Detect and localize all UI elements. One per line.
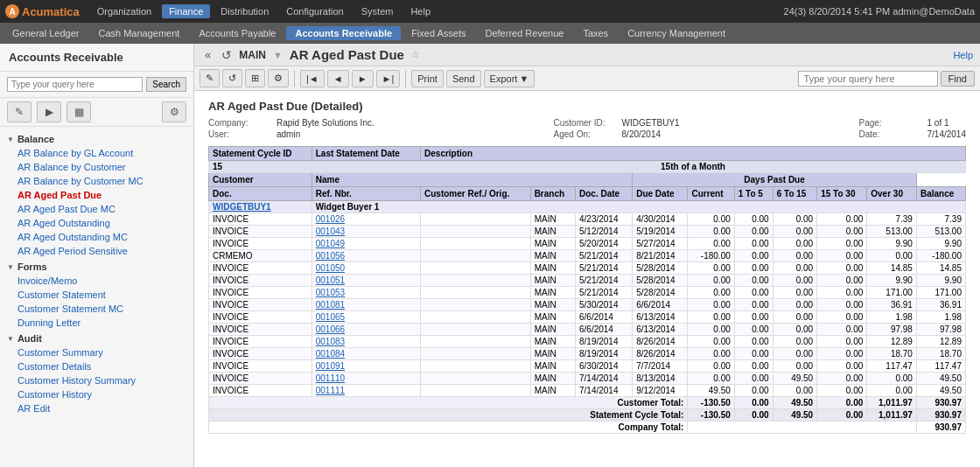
sidebar-item-ar-aged-outstanding-mc[interactable]: AR Aged Outstanding MC (0, 230, 193, 244)
sidebar-item-customer-details[interactable]: Customer Details (0, 359, 193, 373)
prev-button[interactable]: ◄ (327, 70, 349, 87)
invoice-ref-link[interactable]: 001084 (312, 348, 420, 360)
invoice-balance-cell: -180.00 (916, 250, 965, 262)
sidebar-chart-icon[interactable]: ▦ (66, 101, 91, 122)
nav-organization[interactable]: Organization (90, 4, 158, 18)
subnav-currency-management[interactable]: Currency Management (619, 26, 734, 40)
invoice-doc-cell: INVOICE (209, 299, 312, 311)
toolbar-search-input[interactable] (798, 71, 938, 87)
sidebar-item-customer-summary[interactable]: Customer Summary (0, 345, 193, 359)
nav-configuration[interactable]: Configuration (279, 4, 350, 18)
invoice-doc-cell: INVOICE (209, 385, 312, 397)
settings-button[interactable]: ⚙ (268, 69, 289, 87)
subnav-taxes[interactable]: Taxes (574, 26, 617, 40)
top-navigation: A Acumatica Organization Finance Distrib… (0, 0, 980, 23)
invoice-branch-cell: MAIN (530, 311, 575, 324)
send-button[interactable]: Send (446, 70, 481, 87)
collapse-sidebar-button[interactable]: « (201, 48, 214, 61)
invoice-ref-link[interactable]: 001110 (312, 373, 420, 385)
invoice-over-30-cell: 117.47 (867, 360, 917, 373)
subnav-fixed-assets[interactable]: Fixed Assets (402, 26, 474, 40)
invoice-ref-link[interactable]: 001051 (312, 275, 420, 287)
sidebar-item-ar-balance-customer[interactable]: AR Balance by Customer (0, 160, 193, 174)
invoice-doc-cell: INVOICE (209, 226, 312, 238)
sidebar-item-ar-aged-outstanding[interactable]: AR Aged Outstanding (0, 216, 193, 230)
sub-header-row: Doc. Ref. Nbr. Customer Ref./ Orig. Bran… (209, 187, 966, 201)
sidebar-item-ar-balance-gl[interactable]: AR Balance by GL Account (0, 146, 193, 160)
next-button[interactable]: ► (352, 70, 374, 87)
invoice-ref-link[interactable]: 001056 (312, 250, 420, 262)
print-button[interactable]: Print (411, 70, 444, 87)
subnav-cash-management[interactable]: Cash Management (89, 26, 188, 40)
customer-id-link[interactable]: WIDGETBUY1 (209, 201, 312, 213)
invoice-1-to-5-cell: 0.00 (734, 238, 773, 250)
sidebar-play-icon[interactable]: ▶ (37, 101, 61, 122)
content-area: « ↺ MAIN ▼ AR Aged Past Due ☆ Help ✎ ↺ ⊞… (194, 44, 980, 467)
invoice-branch-cell: MAIN (530, 385, 575, 397)
invoice-over-30-cell: 1.98 (867, 311, 917, 324)
report-content: AR Aged Past Due (Detailed) Company: Rap… (194, 91, 980, 467)
subnav-general-ledger[interactable]: General Ledger (4, 26, 88, 40)
invoice-ref-link[interactable]: 001081 (312, 299, 420, 311)
toolbar-separator-2 (405, 70, 406, 87)
sidebar-pencil-icon[interactable]: ✎ (7, 101, 32, 122)
invoice-1-to-5-cell: 0.00 (734, 385, 773, 397)
invoice-ref-link[interactable]: 001065 (312, 311, 420, 324)
last-button[interactable]: ►| (376, 70, 401, 87)
sidebar-item-customer-statement-mc[interactable]: Customer Statement MC (0, 302, 193, 316)
invoice-ref-link[interactable]: 001083 (312, 336, 420, 348)
nav-distribution[interactable]: Distribution (214, 4, 276, 18)
invoice-ref-link[interactable]: 001066 (312, 324, 420, 336)
sidebar-item-ar-aged-period-sensitive[interactable]: AR Aged Period Sensitive (0, 244, 193, 258)
col-6-to-15: 6 To 15 (773, 187, 817, 201)
sidebar-item-ar-edit[interactable]: AR Edit (0, 401, 193, 415)
edit-button[interactable]: ✎ (200, 69, 220, 87)
report-meta-far-right: Page: 1 of 1 Date: 7/14/2014 (858, 118, 966, 139)
favorite-icon[interactable]: ☆ (411, 49, 420, 60)
invoice-15-to-30-cell: 0.00 (817, 262, 867, 275)
sidebar-search-button[interactable]: Search (146, 77, 186, 92)
invoice-ref-link[interactable]: 001091 (312, 360, 420, 373)
first-button[interactable]: |◄ (300, 70, 325, 87)
sidebar-item-ar-aged-past-due-mc[interactable]: AR Aged Past Due MC (0, 202, 193, 216)
sidebar-item-ar-aged-past-due[interactable]: AR Aged Past Due (0, 188, 193, 202)
col-1-to-5: 1 To 5 (734, 187, 773, 201)
invoice-current-cell: 49.50 (688, 385, 734, 397)
invoice-doc-date-cell: 6/30/2014 (576, 360, 633, 373)
invoice-doc-date-cell: 5/21/2014 (576, 262, 633, 275)
help-link[interactable]: Help (953, 50, 973, 60)
sidebar-item-customer-statement[interactable]: Customer Statement (0, 288, 193, 302)
sidebar-item-customer-history[interactable]: Customer History (0, 387, 193, 401)
invoice-ref-link[interactable]: 001050 (312, 262, 420, 275)
invoice-1-to-5-cell: 0.00 (734, 287, 773, 299)
subnav-accounts-receivable[interactable]: Accounts Receivable (286, 26, 401, 40)
sidebar-gear-icon[interactable]: ⚙ (162, 101, 186, 122)
find-button[interactable]: Find (941, 71, 975, 87)
screenshot-button[interactable]: ⊞ (245, 69, 265, 87)
sidebar-item-ar-balance-customer-mc[interactable]: AR Balance by Customer MC (0, 174, 193, 188)
invoice-15-to-30-cell: 0.00 (817, 299, 867, 311)
nav-finance[interactable]: Finance (162, 4, 210, 18)
sidebar-item-invoice-memo[interactable]: Invoice/Memo (0, 274, 193, 288)
invoice-15-to-30-cell: 0.00 (817, 238, 867, 250)
subnav-accounts-payable[interactable]: Accounts Payable (190, 26, 284, 40)
sidebar-item-customer-history-summary[interactable]: Customer History Summary (0, 373, 193, 387)
invoice-ref-link[interactable]: 001049 (312, 238, 420, 250)
invoice-ref-link[interactable]: 001043 (312, 226, 420, 238)
invoice-doc-date-cell: 8/19/2014 (576, 336, 633, 348)
company-value: Rapid Byte Solutions Inc. (276, 118, 374, 128)
invoice-current-cell: 0.00 (688, 287, 734, 299)
subnav-deferred-revenue[interactable]: Deferred Revenue (476, 26, 572, 40)
invoice-ref-link[interactable]: 001026 (312, 213, 420, 226)
invoice-ref-link[interactable]: 001111 (312, 385, 420, 397)
invoice-balance-cell: 117.47 (916, 360, 965, 373)
refresh-icon[interactable]: ↺ (221, 48, 232, 62)
invoice-due-date-cell: 6/6/2014 (633, 299, 688, 311)
sidebar-item-dunning-letter[interactable]: Dunning Letter (0, 316, 193, 330)
sidebar-search-input[interactable] (7, 77, 143, 92)
refresh-button[interactable]: ↺ (222, 69, 242, 87)
nav-system[interactable]: System (354, 4, 401, 18)
export-button[interactable]: Export ▼ (484, 70, 536, 87)
invoice-ref-link[interactable]: 001053 (312, 287, 420, 299)
nav-help[interactable]: Help (403, 4, 438, 18)
